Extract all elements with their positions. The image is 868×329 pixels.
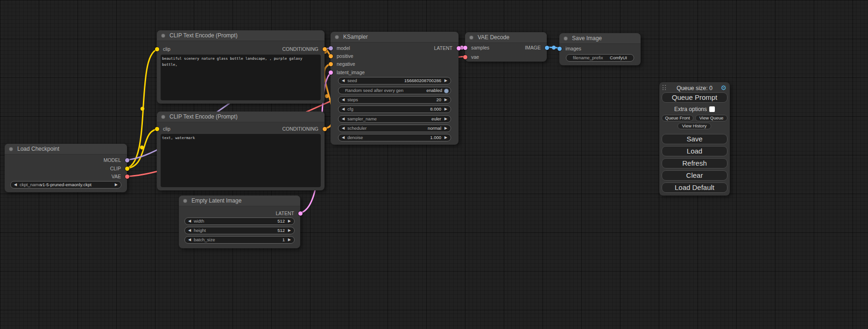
- port-model-input[interactable]: [329, 46, 333, 50]
- widget-value: 20: [436, 97, 441, 103]
- prompt-textarea[interactable]: text, watermark: [161, 134, 321, 187]
- arrow-right-icon[interactable]: ▶: [288, 218, 291, 224]
- collapse-dot-icon[interactable]: [564, 36, 568, 41]
- port-positive-input[interactable]: [329, 54, 333, 58]
- port-image-output[interactable]: [545, 46, 549, 50]
- arrow-right-icon[interactable]: ▶: [115, 182, 118, 188]
- batch-size-widget[interactable]: ◀ batch_size 1 ▶: [184, 236, 295, 244]
- node-save-image[interactable]: Save Image images filename_prefix ComfyU…: [559, 33, 641, 65]
- width-widget[interactable]: ◀ width 512 ▶: [184, 217, 295, 225]
- node-title-bar[interactable]: CLIP Text Encode (Prompt): [157, 30, 325, 41]
- node-clip-text-encode-negative[interactable]: CLIP Text Encode (Prompt) clip CONDITION…: [157, 112, 325, 190]
- node-clip-text-encode-positive[interactable]: CLIP Text Encode (Prompt) clip CONDITION…: [157, 30, 325, 104]
- port-negative-input[interactable]: [329, 62, 333, 66]
- height-widget[interactable]: ◀ height 512 ▶: [184, 227, 295, 234]
- node-title-bar[interactable]: VAE Decode: [465, 32, 547, 43]
- node-empty-latent-image[interactable]: Empty Latent Image LATENT ◀ width 512 ▶ …: [179, 196, 300, 248]
- toggle-enabled-icon[interactable]: [444, 89, 449, 93]
- node-title-bar[interactable]: Save Image: [559, 33, 641, 44]
- node-title-bar[interactable]: CLIP Text Encode (Prompt): [157, 112, 325, 122]
- prompt-textarea[interactable]: beautiful scenery nature glass bottle la…: [161, 55, 321, 100]
- arrow-right-icon[interactable]: ▶: [288, 227, 291, 234]
- port-clip-output[interactable]: [125, 167, 129, 171]
- denoise-widget[interactable]: ◀ denoise 1.000 ▶: [338, 134, 451, 141]
- cfg-widget[interactable]: ◀ cfg 8.000 ▶: [338, 105, 451, 113]
- port-latent-output[interactable]: [298, 211, 303, 216]
- port-latent-image-input[interactable]: [329, 70, 333, 75]
- steps-widget[interactable]: ◀ steps 20 ▶: [338, 96, 451, 104]
- widget-value: enabled: [426, 87, 442, 94]
- arrow-right-icon[interactable]: ▶: [445, 106, 447, 112]
- widget-label: Random seed after every gen: [345, 87, 403, 94]
- arrow-left-icon[interactable]: ◀: [342, 116, 345, 122]
- filename-prefix-widget[interactable]: filename_prefix ComfyUI: [566, 54, 634, 62]
- arrow-left-icon[interactable]: ◀: [188, 227, 191, 234]
- scheduler-widget[interactable]: ◀ scheduler normal ▶: [338, 125, 451, 132]
- node-title-bar[interactable]: KSampler: [331, 32, 459, 42]
- widget-value: 156680208700286: [404, 77, 441, 84]
- arrow-right-icon[interactable]: ▶: [288, 237, 291, 243]
- port-vae-output[interactable]: [125, 175, 129, 179]
- arrow-right-icon[interactable]: ▶: [445, 97, 447, 103]
- arrow-left-icon[interactable]: ◀: [342, 77, 345, 84]
- collapse-dot-icon[interactable]: [183, 199, 187, 203]
- input-label: samples: [471, 45, 489, 50]
- port-conditioning-output[interactable]: [323, 127, 327, 131]
- port-samples-input[interactable]: [463, 46, 467, 50]
- link-clip-to-positive-clip: [124, 49, 160, 168]
- arrow-left-icon[interactable]: ◀: [342, 97, 345, 103]
- input-label: model: [337, 45, 350, 51]
- sampler-name-widget[interactable]: ◀ sampler_name euler ▶: [338, 115, 451, 123]
- port-clip-input[interactable]: [155, 127, 159, 131]
- port-latent-output[interactable]: [457, 46, 461, 50]
- arrow-left-icon[interactable]: ◀: [188, 237, 191, 243]
- link-dot: [325, 94, 329, 98]
- save-button[interactable]: Save: [662, 134, 727, 144]
- collapse-dot-icon[interactable]: [469, 35, 473, 40]
- arrow-left-icon[interactable]: ◀: [188, 218, 191, 224]
- port-vae-input[interactable]: [463, 55, 467, 59]
- widget-value: normal: [428, 125, 441, 132]
- load-button[interactable]: Load: [662, 146, 727, 156]
- random-seed-widget[interactable]: Random seed after every gen enabled: [338, 87, 451, 94]
- arrow-right-icon[interactable]: ▶: [445, 125, 447, 132]
- comfyui-canvas[interactable]: Load Checkpoint MODEL CLIP VAE ◀ ckpt_na…: [0, 0, 868, 329]
- view-queue-button[interactable]: View Queue: [695, 115, 727, 121]
- port-model-output[interactable]: [125, 158, 129, 162]
- node-title-bar[interactable]: Load Checkpoint: [5, 144, 127, 154]
- node-title: Empty Latent Image: [191, 197, 241, 204]
- node-ksampler[interactable]: KSampler model LATENT positive negative …: [331, 32, 459, 145]
- arrow-left-icon[interactable]: ◀: [342, 134, 345, 141]
- widget-label: steps: [347, 97, 358, 103]
- ckpt-name-widget[interactable]: ◀ ckpt_name v1-5-pruned-emaonly.ckpt ▶: [10, 181, 121, 189]
- gear-icon[interactable]: ⚙: [720, 84, 727, 91]
- input-label: clip: [163, 126, 170, 132]
- queue-prompt-button[interactable]: Queue Prompt: [662, 92, 727, 103]
- collapse-dot-icon[interactable]: [335, 35, 339, 39]
- refresh-button[interactable]: Refresh: [662, 158, 727, 168]
- output-label: MODEL: [104, 157, 121, 163]
- queue-front-button[interactable]: Queue Front: [662, 115, 693, 121]
- arrow-left-icon[interactable]: ◀: [342, 106, 345, 112]
- node-vae-decode[interactable]: VAE Decode samples IMAGE vae: [465, 32, 547, 62]
- clear-button[interactable]: Clear: [662, 170, 727, 181]
- extra-options-checkbox[interactable]: [709, 106, 715, 112]
- load-default-button[interactable]: Load Default: [662, 182, 727, 193]
- arrow-left-icon[interactable]: ◀: [342, 125, 345, 132]
- collapse-dot-icon[interactable]: [161, 34, 165, 38]
- collapse-dot-icon[interactable]: [161, 115, 165, 119]
- arrow-right-icon[interactable]: ▶: [445, 134, 447, 141]
- arrow-right-icon[interactable]: ▶: [445, 77, 447, 84]
- arrow-right-icon[interactable]: ▶: [445, 116, 447, 122]
- output-label: IMAGE: [525, 45, 541, 50]
- widget-value: 512: [277, 227, 285, 234]
- node-load-checkpoint[interactable]: Load Checkpoint MODEL CLIP VAE ◀ ckpt_na…: [5, 144, 127, 192]
- node-title-bar[interactable]: Empty Latent Image: [179, 196, 300, 206]
- port-images-input[interactable]: [557, 47, 562, 51]
- seed-widget[interactable]: ◀ seed 156680208700286 ▶: [338, 77, 451, 84]
- collapse-dot-icon[interactable]: [9, 147, 13, 151]
- port-clip-input[interactable]: [155, 47, 159, 51]
- link-clip-to-negative-clip: [124, 129, 160, 168]
- view-history-button[interactable]: View History: [677, 123, 711, 129]
- port-conditioning-output[interactable]: [323, 47, 327, 51]
